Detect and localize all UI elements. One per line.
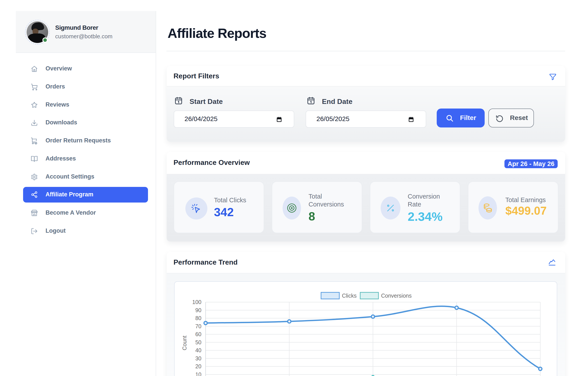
svg-text:Count: Count [181,336,188,351]
svg-text:60: 60 [195,331,201,337]
svg-text:40: 40 [195,347,201,353]
svg-text:90: 90 [195,307,201,313]
svg-text:20: 20 [195,363,201,369]
svg-text:100: 100 [192,299,201,305]
svg-text:30: 30 [195,355,201,362]
svg-text:Clicks: Clicks [342,293,357,299]
svg-text:Conversions: Conversions [381,293,412,299]
svg-text:80: 80 [195,315,201,321]
svg-text:70: 70 [195,323,201,329]
svg-text:10: 10 [195,371,201,376]
svg-text:50: 50 [195,339,201,345]
